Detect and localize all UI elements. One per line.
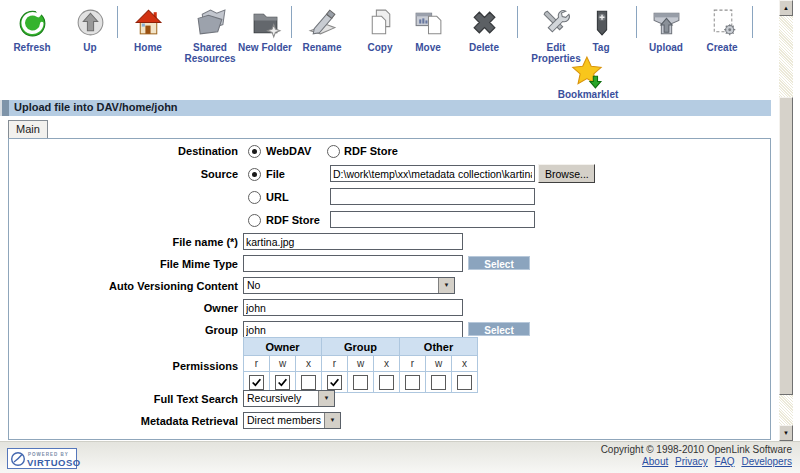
footer-link-faq[interactable]: FAQ	[715, 456, 735, 467]
toolbar-button-create[interactable]: Create	[696, 6, 748, 53]
mime-type-label: File Mime Type	[160, 258, 238, 270]
metadata-retrieval-label: Metadata Retrieval	[141, 415, 238, 427]
file-name-label: File name (*)	[173, 236, 238, 248]
toolbar-separator	[636, 6, 637, 38]
perm-other-r-checkbox[interactable]	[405, 375, 420, 390]
create-icon	[696, 6, 748, 40]
source-rdf-store-input[interactable]	[330, 211, 535, 228]
powered-by-virtuoso-logo[interactable]: POWERED BY VIRTUOSO	[7, 448, 77, 469]
permissions-other-header: Other	[400, 338, 478, 356]
destination-rdf-store-radio[interactable]	[327, 145, 340, 158]
toolbar-button-refresh[interactable]: Refresh	[6, 6, 58, 53]
group-select-button[interactable]: Select	[468, 322, 530, 336]
copy-icon	[354, 6, 406, 40]
toolbar-separator	[117, 6, 118, 38]
bit-label: r	[322, 356, 348, 372]
source-url-label: URL	[266, 191, 289, 203]
new-folder-icon	[234, 6, 296, 40]
auto-versioning-select[interactable]: No ▼	[243, 277, 455, 294]
metadata-retrieval-select[interactable]: Direct members ▼	[243, 412, 341, 429]
browse-button[interactable]: Browse...	[538, 164, 595, 183]
destination-rdf-store-label: RDF Store	[344, 145, 398, 157]
toolbar-button-upload[interactable]: Upload	[640, 6, 692, 53]
source-file-label: File	[266, 168, 285, 180]
perm-owner-w-checkbox[interactable]	[275, 375, 290, 390]
footer-link-about[interactable]: About	[642, 456, 668, 467]
move-icon	[402, 6, 454, 40]
toolbar-separator	[517, 6, 518, 38]
destination-label: Destination	[178, 145, 238, 157]
virtuoso-swirl-icon	[10, 451, 26, 469]
scrollbar-thumb[interactable]	[779, 97, 793, 395]
owner-label: Owner	[204, 302, 238, 314]
permissions-table: Owner Group Other r w x r w x r w x	[243, 337, 478, 393]
tab-main[interactable]: Main	[8, 120, 48, 139]
source-file-radio[interactable]	[248, 168, 261, 181]
toolbar-button-tag[interactable]: Tag	[575, 6, 627, 53]
owner-input[interactable]	[243, 299, 463, 316]
bit-label: w	[348, 356, 374, 372]
source-url-radio[interactable]	[248, 191, 261, 204]
delete-icon	[458, 6, 510, 40]
page-title-bar: Upload file into DAV/home/john	[0, 100, 771, 116]
bit-label: x	[374, 356, 400, 372]
perm-owner-r-checkbox[interactable]	[249, 375, 264, 390]
toolbar-button-rename[interactable]: Rename	[296, 6, 348, 53]
toolbar-button-home[interactable]: Home	[122, 6, 174, 53]
destination-webdav-radio[interactable]	[248, 145, 261, 158]
bookmarklet-button[interactable]: Bookmarklet	[550, 55, 626, 100]
bit-label: r	[400, 356, 426, 372]
webdav-upload-page: Refresh Up Home Shared Resources New Fol…	[0, 0, 800, 473]
toolbar-button-new-folder[interactable]: New Folder	[234, 6, 296, 53]
full-text-search-label: Full Text Search	[154, 393, 238, 405]
footer-links: About Privacy FAQ Developers	[638, 456, 792, 467]
perm-group-w-checkbox[interactable]	[353, 375, 368, 390]
up-icon	[64, 6, 116, 40]
source-url-input[interactable]	[330, 188, 535, 205]
perm-owner-x-checkbox[interactable]	[301, 375, 316, 390]
toolbar-button-up[interactable]: Up	[64, 6, 116, 53]
chevron-down-icon: ▼	[438, 278, 454, 293]
perm-group-x-checkbox[interactable]	[379, 375, 394, 390]
footer-link-privacy[interactable]: Privacy	[675, 456, 708, 467]
perm-other-x-checkbox[interactable]	[457, 375, 472, 390]
scroll-down-button[interactable]: ▼	[779, 425, 793, 441]
vertical-scrollbar[interactable]: ▲ ▼	[779, 0, 793, 441]
source-file-input[interactable]	[330, 165, 535, 182]
permissions-label: Permissions	[173, 360, 238, 372]
toolbar-button-copy[interactable]: Copy	[354, 6, 406, 53]
permissions-owner-header: Owner	[244, 338, 322, 356]
mime-type-select-button[interactable]: Select	[468, 256, 530, 270]
group-input[interactable]	[243, 321, 463, 338]
bookmarklet-star-icon	[550, 55, 626, 89]
footer-link-developers[interactable]: Developers	[741, 456, 792, 467]
copyright-text: Copyright © 1998-2010 OpenLink Software	[601, 444, 792, 455]
full-text-search-select[interactable]: Recursively ▼	[243, 390, 335, 407]
title-bar-accent	[0, 100, 9, 116]
permissions-group-header: Group	[322, 338, 400, 356]
perm-other-w-checkbox[interactable]	[431, 375, 446, 390]
source-rdf-store-label: RDF Store	[266, 214, 320, 226]
mime-type-input[interactable]	[243, 255, 463, 272]
file-name-input[interactable]	[243, 233, 463, 250]
upload-icon	[640, 6, 692, 40]
perm-group-r-checkbox[interactable]	[327, 375, 342, 390]
rename-icon	[296, 6, 348, 40]
chevron-down-icon: ▼	[318, 391, 334, 406]
bit-label: x	[452, 356, 478, 372]
toolbar-button-move[interactable]: Move	[402, 6, 454, 53]
destination-webdav-label: WebDAV	[266, 145, 311, 157]
home-icon	[122, 6, 174, 40]
scroll-up-button[interactable]: ▲	[779, 0, 793, 16]
source-rdf-store-radio[interactable]	[248, 214, 261, 227]
footer: POWERED BY VIRTUOSO Copyright © 1998-201…	[0, 441, 800, 473]
tag-icon	[575, 6, 627, 40]
toolbar-separator	[291, 6, 292, 38]
bit-label: r	[244, 356, 270, 372]
bit-label: w	[270, 356, 296, 372]
bit-label: x	[296, 356, 322, 372]
refresh-icon	[6, 6, 58, 40]
chevron-down-icon: ▼	[324, 413, 340, 428]
auto-versioning-label: Auto Versioning Content	[109, 280, 238, 292]
toolbar-button-delete[interactable]: Delete	[458, 6, 510, 53]
